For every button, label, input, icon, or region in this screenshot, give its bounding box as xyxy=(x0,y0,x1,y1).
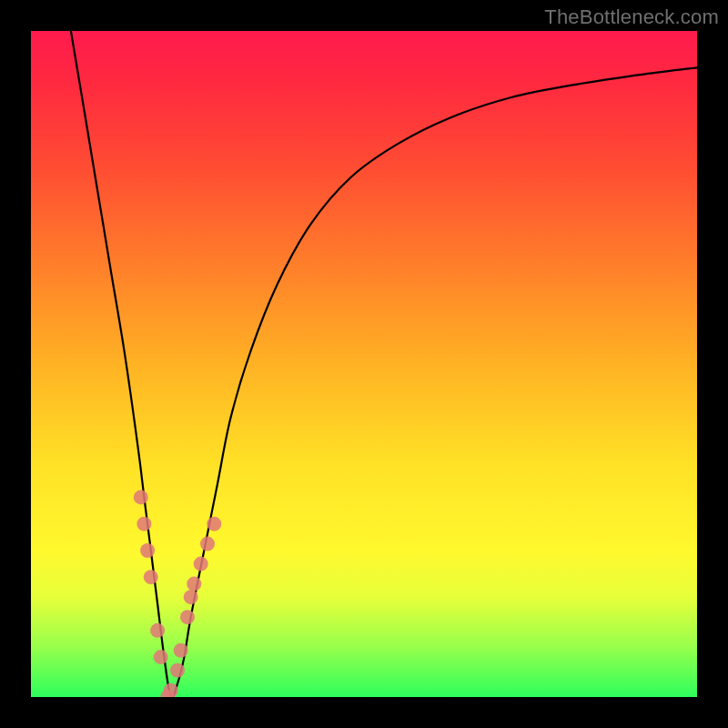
marker-dot xyxy=(144,570,158,584)
marker-dot xyxy=(134,490,148,504)
marker-dot xyxy=(187,577,201,592)
marker-dot xyxy=(154,650,168,664)
marker-dot xyxy=(200,537,215,551)
marker-dot xyxy=(164,683,178,697)
curve-layer xyxy=(31,31,697,697)
marker-dot xyxy=(194,557,208,571)
observed-points xyxy=(134,490,222,697)
marker-dot xyxy=(136,517,151,531)
marker-dot xyxy=(150,623,165,638)
marker-dot xyxy=(174,643,188,658)
marker-dot xyxy=(207,517,221,531)
plot-area xyxy=(31,31,697,697)
bottleneck-curve xyxy=(71,31,697,697)
marker-dot xyxy=(170,663,185,678)
marker-dot xyxy=(140,543,155,558)
marker-dot xyxy=(184,590,198,604)
chart-frame: TheBottleneck.com xyxy=(0,0,728,728)
marker-dot xyxy=(180,610,195,624)
watermark-text: TheBottleneck.com xyxy=(544,5,719,29)
